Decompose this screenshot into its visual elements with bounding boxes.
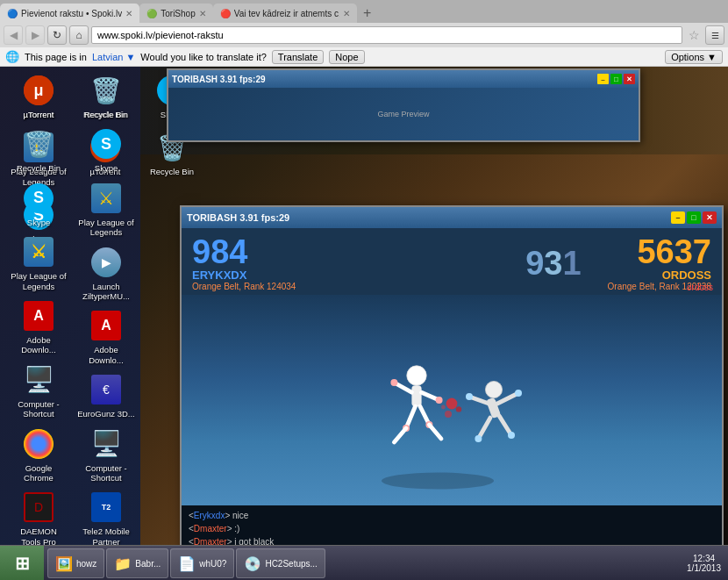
toribash-small-min[interactable]: – bbox=[597, 74, 609, 84]
toribash-main-title: TORIBASH 3.91 fps:29 bbox=[187, 212, 289, 223]
toribash-main-max[interactable]: □ bbox=[687, 211, 701, 224]
home-button[interactable]: ⌂ bbox=[69, 25, 89, 45]
taskbar: ⊞ 🖼️ howz 📁 Babr... 📄 whU0? 💿 HC2Setups.… bbox=[0, 545, 728, 580]
svg-point-16 bbox=[466, 393, 473, 400]
player-left-score: 984 bbox=[192, 235, 499, 269]
clock-time: 12:34 bbox=[687, 554, 721, 563]
toribash-main-titlebar[interactable]: TORIBASH 3.91 fps:29 – □ ✕ bbox=[182, 207, 722, 228]
translate-button[interactable]: Translate bbox=[272, 50, 324, 64]
player-left-rank: Orange Belt, Rank 124034 bbox=[192, 282, 499, 291]
icon-utorrent-v[interactable]: μ µTorrent bbox=[7, 70, 70, 122]
desktop: M'SPOKU Stāsts Spoki μ µTorrent 🗑️ Recyc… bbox=[0, 67, 728, 580]
svg-point-23 bbox=[445, 411, 452, 418]
forward-button[interactable]: ▶ bbox=[25, 25, 45, 45]
player-left: 984 ERYKXDX Orange Belt, Rank 124034 bbox=[192, 235, 499, 291]
nope-button[interactable]: Nope bbox=[329, 50, 364, 64]
browser-chrome: 🔵 Pievienot rakstu • Spoki.lv ✕ 🟢 ToriSh… bbox=[0, 0, 728, 67]
svg-point-5 bbox=[436, 397, 443, 404]
svg-line-11 bbox=[429, 425, 441, 439]
reload-button[interactable]: ↻ bbox=[47, 25, 67, 45]
player-left-name: ERYKXDX bbox=[192, 269, 499, 282]
toribash-small-titlebar[interactable]: TORIBASH 3.91 fps:29 – □ ✕ bbox=[168, 70, 639, 88]
icon-recycle-c2[interactable]: 🗑️ Recycle Bin bbox=[75, 70, 138, 122]
bookmark-button[interactable]: ☆ bbox=[685, 26, 703, 44]
tab-spoki[interactable]: 🔵 Pievienot rakstu • Spoki.lv ✕ bbox=[0, 4, 139, 23]
chat-line-1: <Erykxdx> nice bbox=[189, 509, 715, 522]
icon-adobe-c2[interactable]: A Adobe Downlo... bbox=[75, 305, 138, 368]
game-content: 984 ERYKXDX Orange Belt, Rank 124034 931… bbox=[182, 228, 722, 580]
icon-skype-v[interactable]: S Skype bbox=[7, 178, 70, 230]
tab-close-1[interactable]: ✕ bbox=[125, 9, 132, 18]
address-bar[interactable] bbox=[91, 26, 682, 44]
svg-line-18 bbox=[478, 418, 490, 439]
toribash-main-window: TORIBASH 3.91 fps:29 – □ ✕ 984 ERYKXDX O… bbox=[180, 205, 724, 580]
taskbar-label-howz: howz bbox=[76, 559, 96, 569]
svg-point-0 bbox=[407, 366, 426, 385]
svg-point-24 bbox=[456, 406, 461, 412]
new-tab-button[interactable]: + bbox=[357, 4, 378, 23]
chat-msg-2: :) bbox=[232, 524, 239, 533]
icon-computer-v[interactable]: 🖥️ Computer - Shortcut bbox=[7, 360, 70, 422]
tab-close-3[interactable]: ✕ bbox=[343, 9, 350, 18]
svg-point-25 bbox=[441, 405, 446, 410]
svg-point-20 bbox=[475, 435, 482, 442]
toribash-small-max[interactable]: □ bbox=[610, 74, 622, 84]
toribash-small-window: TORIBASH 3.91 fps:29 – □ ✕ Game Preview bbox=[167, 68, 640, 142]
tab-close-2[interactable]: ✕ bbox=[199, 9, 206, 18]
icons-left-col: μ µTorrent 🗑️ Recycle Bin S Skype ⚔ Play… bbox=[7, 70, 70, 580]
icon-lol-v[interactable]: ⚔ Play League of Legends bbox=[7, 232, 70, 294]
icon-computer-c2[interactable]: 🖥️ Computer - Shortcut bbox=[75, 424, 138, 486]
chat-name-erykxdx-1: Erykxdx bbox=[194, 511, 225, 520]
back-button[interactable]: ◀ bbox=[4, 25, 23, 45]
game-figures-svg bbox=[311, 312, 592, 505]
taskbar-item-whu0[interactable]: 📄 whU0? bbox=[170, 548, 234, 578]
recycle2-label: Recycle Bin bbox=[150, 167, 194, 176]
toribash-small-content: Game Preview bbox=[168, 88, 639, 140]
taskbar-item-hc2[interactable]: 💿 HC2Setups... bbox=[236, 548, 325, 578]
taskbar-label-babr: Babr... bbox=[135, 559, 161, 569]
tab-question[interactable]: 🔴 Vai tev kādreiz ir atnemts c... ✕ bbox=[213, 4, 357, 23]
icon-recycle-v[interactable]: 🗑️ Recycle Bin bbox=[7, 124, 70, 175]
options-button[interactable]: Options ▼ bbox=[665, 50, 723, 64]
tab-label-3: Vai tev kādreiz ir atnemts c... bbox=[234, 9, 339, 18]
taskbar-item-howz[interactable]: 🖼️ howz bbox=[47, 548, 104, 578]
toribash-main-min[interactable]: – bbox=[671, 211, 685, 224]
player-right-name: ORDOSS bbox=[608, 269, 711, 282]
svg-point-21 bbox=[508, 432, 515, 439]
translate-lang[interactable]: Latvian ▼ bbox=[92, 52, 135, 62]
tab-favicon-2: 🟢 bbox=[146, 9, 157, 18]
chat-name-dmaxter-1: Dmaxter bbox=[194, 524, 227, 533]
toribash-small-controls: – □ ✕ bbox=[597, 74, 635, 84]
center-score: 931 bbox=[525, 245, 581, 283]
tab-label-2: ToriShop bbox=[161, 9, 195, 18]
game-arena bbox=[182, 295, 722, 505]
chat-line-2: <Dmaxter> :) bbox=[189, 522, 715, 535]
icon-skype-c2[interactable]: S Skype bbox=[75, 124, 138, 175]
icons-col2: 🗑️ Recycle Bin S Skype ⚔ Play League of … bbox=[75, 70, 138, 580]
icon-launch-c2[interactable]: ▶ Launch ZiltyperMU... bbox=[75, 242, 138, 304]
taskbar-label-hc2: HC2Setups... bbox=[265, 559, 317, 569]
icon-adobe-v[interactable]: A Adobe Downlo... bbox=[7, 296, 70, 358]
svg-point-17 bbox=[515, 390, 522, 397]
svg-point-12 bbox=[485, 381, 502, 397]
translate-icon: 🌐 bbox=[5, 50, 19, 63]
start-button[interactable]: ⊞ bbox=[0, 546, 44, 581]
toribash-main-controls: – □ ✕ bbox=[671, 211, 717, 224]
tab-favicon-1: 🔵 bbox=[7, 9, 18, 18]
icon-chrome-v[interactable]: Google Chrome bbox=[7, 424, 70, 486]
center-score-area: 931 bbox=[499, 235, 607, 291]
icon-lol-c2[interactable]: ⚔ Play League of Legends bbox=[75, 178, 138, 240]
menu-button[interactable]: ☰ bbox=[705, 25, 724, 45]
taskbar-item-babr[interactable]: 📁 Babr... bbox=[106, 548, 168, 578]
toribash-main-close[interactable]: ✕ bbox=[703, 211, 717, 224]
toribash-small-close[interactable]: ✕ bbox=[624, 74, 635, 84]
tab-torishop[interactable]: 🟢 ToriShop ✕ bbox=[139, 4, 212, 23]
icon-daemon-v[interactable]: D DAEMON Tools Pro bbox=[7, 487, 70, 549]
icon-euro-c2[interactable]: € EuroGunz 3D... bbox=[75, 369, 138, 421]
icon-tele2-c2[interactable]: T2 Tele2 Mobile Partner bbox=[75, 487, 138, 549]
svg-point-4 bbox=[390, 379, 397, 386]
sidebar-player-ordoss: ordoss bbox=[672, 281, 713, 294]
translate-prompt: Would you like to translate it? bbox=[140, 52, 266, 62]
taskbar-clock: 12:34 1/1/2013 bbox=[680, 554, 728, 573]
svg-line-6 bbox=[406, 406, 415, 428]
